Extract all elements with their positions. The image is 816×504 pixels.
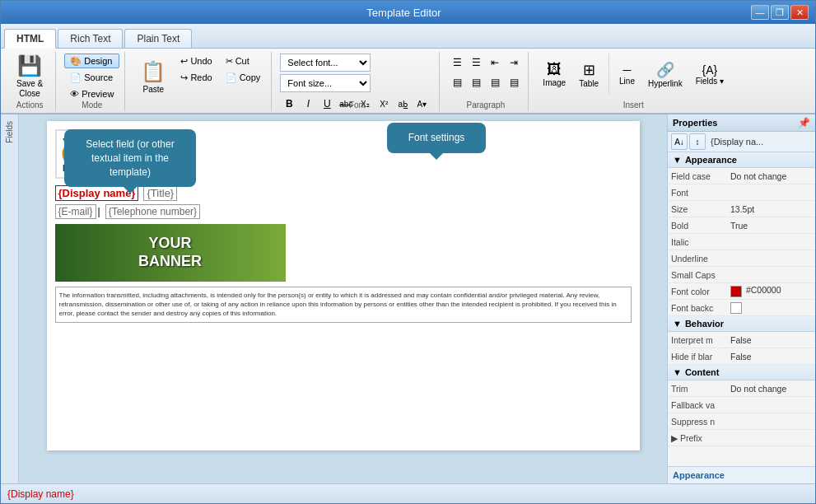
bold-value[interactable]: True [727, 219, 815, 232]
field-tooltip: Select field (or other textual item in t… [64, 129, 196, 187]
interpret-value[interactable]: False [727, 334, 815, 347]
close-button[interactable]: ✕ [790, 5, 809, 20]
left-panel: Fields [1, 114, 19, 483]
props-field-name: {Display na... [707, 137, 812, 147]
design-icon: 🎨 [70, 56, 82, 67]
section-behavior-label: Behavior [685, 319, 724, 329]
tab-richtext[interactable]: Rich Text [58, 29, 123, 48]
banner-text: YOURBANNER [138, 235, 202, 270]
email-field[interactable]: {E-mail} [55, 204, 96, 219]
copy-button[interactable]: 📄 Copy [220, 70, 267, 85]
undo-button[interactable]: ↩ Undo [175, 54, 217, 68]
smallcaps-value[interactable] [727, 273, 815, 277]
image-icon: 🖼 [547, 61, 562, 78]
restore-button[interactable]: ❐ [771, 5, 789, 20]
prop-hide: Hide if blar False [668, 348, 815, 365]
indent-decrease-button[interactable]: ⇤ [486, 54, 504, 72]
window-title: Template Editor [57, 7, 751, 19]
image-label: Image [543, 78, 566, 87]
behavior-collapse-icon: ▼ [673, 319, 682, 329]
indent-increase-button[interactable]: ⇥ [505, 54, 523, 72]
align-left-button[interactable]: ▤ [448, 73, 466, 91]
prop-underline: Underline [668, 250, 815, 267]
disclaimer-text: The information transmitted, including a… [55, 287, 632, 323]
line-icon: ─ [623, 63, 632, 77]
ribbon-group-clipboard: 📋 Paste ↩ Undo ↪ Redo ✂ Cu [128, 52, 272, 111]
cut-button[interactable]: ✂ Cut [220, 54, 267, 68]
sort-button[interactable]: ↕ [689, 133, 706, 150]
separator: | [98, 206, 100, 217]
window-controls: — ❐ ✕ [751, 5, 809, 20]
unordered-list-button[interactable]: ☰ [448, 54, 466, 72]
font-select[interactable]: Select font... [280, 54, 371, 72]
suppress-value[interactable] [727, 420, 815, 423]
tab-html[interactable]: HTML [4, 29, 56, 49]
prop-field-case: Field case Do not change [668, 168, 815, 184]
align-center-button[interactable]: ▤ [467, 73, 485, 91]
preview-button[interactable]: 👁 Preview [64, 86, 119, 101]
align-right-button[interactable]: ▤ [486, 73, 504, 91]
actions-group-label: Actions [4, 100, 55, 110]
line-label: Line [619, 77, 635, 86]
prefix-value[interactable] [727, 436, 815, 440]
section-appearance[interactable]: ▼ Appearance [668, 152, 815, 168]
phone-field[interactable]: {Telephone number} [105, 204, 200, 219]
tab-plaintext[interactable]: Plain Text [124, 29, 192, 48]
paste-button[interactable]: 📋 Paste [133, 54, 173, 100]
font-value[interactable] [727, 191, 815, 194]
font-color-label: Font color [668, 285, 727, 298]
fallback-label: Fallback va [668, 399, 727, 412]
font-tooltip: Font settings [387, 123, 486, 153]
fallback-value[interactable] [727, 404, 815, 407]
section-content[interactable]: ▼ Content [668, 365, 815, 380]
properties-footer[interactable]: Appearance [668, 466, 815, 483]
size-value[interactable]: 13.5pt [727, 203, 815, 216]
align-buttons: ▤ ▤ ▤ ▤ [448, 73, 523, 91]
copy-icon: 📄 [226, 72, 237, 83]
hyperlink-button[interactable]: 🔗 Hyperlink [642, 54, 688, 95]
italic-label: Italic [668, 236, 727, 249]
mode-group-label: mode [59, 100, 124, 110]
field-tooltip-text: Select field (or other textual item in t… [86, 138, 174, 178]
prop-suppress: Suppress n [668, 413, 815, 430]
align-justify-button[interactable]: ▤ [505, 73, 523, 91]
section-appearance-label: Appearance [685, 155, 737, 165]
hyperlink-label: Hyperlink [648, 79, 683, 88]
italic-value[interactable] [727, 240, 815, 244]
status-field: {Display name} [7, 488, 74, 500]
redo-button[interactable]: ↪ Redo [175, 70, 217, 85]
underline-value[interactable] [727, 257, 815, 260]
trim-value[interactable]: Do not change [727, 382, 815, 395]
line-button[interactable]: ─ Line [613, 54, 641, 95]
font-size-select[interactable]: Font size... [280, 74, 371, 92]
font-bg-value[interactable] [727, 300, 815, 315]
sort-az-button[interactable]: A↓ [671, 133, 688, 150]
ordered-list-button[interactable]: ☰ [467, 54, 485, 72]
font-bg-label: Font backc [668, 301, 727, 315]
title-field[interactable]: {Title} [143, 185, 177, 201]
redo-icon: ↪ [180, 72, 188, 83]
prop-font-bg: Font backc [668, 300, 815, 316]
ribbon-group-paragraph: ☰ ☰ ⇤ ⇥ ▤ ▤ ▤ ▤ Paragraph [443, 52, 529, 111]
source-button[interactable]: 📄 Source [64, 70, 119, 85]
mode-buttons: 🎨 Design 📄 Source 👁 Preview [64, 54, 119, 101]
prop-fallback: Fallback va [668, 397, 815, 413]
field-case-value[interactable]: Do not change [727, 170, 815, 183]
underline-label: Underline [668, 252, 727, 265]
table-button[interactable]: ⊞ Table [573, 54, 604, 95]
redo-label: Redo [190, 72, 212, 82]
image-button[interactable]: 🖼 Image [537, 54, 571, 95]
font-color-value[interactable]: #C00000 [727, 283, 815, 298]
section-behavior[interactable]: ▼ Behavior [668, 316, 815, 332]
fields-button[interactable]: {A} Fields ▾ [690, 54, 730, 95]
minimize-button[interactable]: — [751, 5, 769, 20]
properties-content: ▼ Appearance Field case Do not change Fo… [668, 152, 815, 466]
fields-icon: {A} [702, 63, 718, 77]
paragraph-group-label: Paragraph [443, 100, 528, 110]
pin-icon: 📌 [798, 117, 810, 128]
design-button[interactable]: 🎨 Design [64, 54, 119, 68]
save-close-button[interactable]: 💾 Save &Close [9, 54, 50, 100]
prop-font-color: Font color #C00000 [668, 283, 815, 300]
canvas-area[interactable]: Select field (or other textual item in t… [19, 114, 667, 483]
hide-value[interactable]: False [727, 350, 815, 363]
